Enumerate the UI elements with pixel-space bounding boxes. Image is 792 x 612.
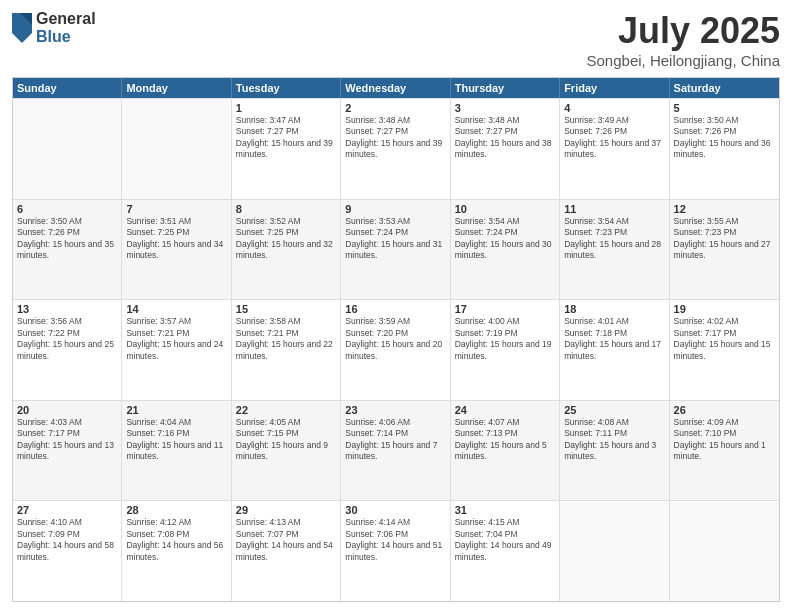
day-info: Sunrise: 3:54 AMSunset: 7:23 PMDaylight:… (564, 216, 664, 262)
day-info: Sunrise: 3:55 AMSunset: 7:23 PMDaylight:… (674, 216, 775, 262)
calendar-cell-empty (560, 501, 669, 601)
day-number: 15 (236, 303, 336, 315)
calendar-cell-empty (122, 99, 231, 199)
calendar-week-4: 20Sunrise: 4:03 AMSunset: 7:17 PMDayligh… (13, 400, 779, 501)
day-info: Sunrise: 3:48 AMSunset: 7:27 PMDaylight:… (455, 115, 555, 161)
day-number: 29 (236, 504, 336, 516)
day-number: 26 (674, 404, 775, 416)
calendar-header-saturday: Saturday (670, 78, 779, 98)
day-info: Sunrise: 4:12 AMSunset: 7:08 PMDaylight:… (126, 517, 226, 563)
day-number: 4 (564, 102, 664, 114)
logo-general-text: General (36, 10, 96, 28)
calendar-cell-day-18: 18Sunrise: 4:01 AMSunset: 7:18 PMDayligh… (560, 300, 669, 400)
day-number: 18 (564, 303, 664, 315)
day-info: Sunrise: 3:49 AMSunset: 7:26 PMDaylight:… (564, 115, 664, 161)
calendar-cell-day-12: 12Sunrise: 3:55 AMSunset: 7:23 PMDayligh… (670, 200, 779, 300)
day-number: 14 (126, 303, 226, 315)
calendar-cell-day-3: 3Sunrise: 3:48 AMSunset: 7:27 PMDaylight… (451, 99, 560, 199)
calendar-header-friday: Friday (560, 78, 669, 98)
calendar-cell-day-11: 11Sunrise: 3:54 AMSunset: 7:23 PMDayligh… (560, 200, 669, 300)
day-number: 9 (345, 203, 445, 215)
day-info: Sunrise: 4:01 AMSunset: 7:18 PMDaylight:… (564, 316, 664, 362)
day-info: Sunrise: 3:59 AMSunset: 7:20 PMDaylight:… (345, 316, 445, 362)
subtitle: Songbei, Heilongjiang, China (587, 52, 780, 69)
day-info: Sunrise: 3:52 AMSunset: 7:25 PMDaylight:… (236, 216, 336, 262)
calendar-header-row: SundayMondayTuesdayWednesdayThursdayFrid… (13, 78, 779, 98)
calendar-cell-day-16: 16Sunrise: 3:59 AMSunset: 7:20 PMDayligh… (341, 300, 450, 400)
title-block: July 2025 Songbei, Heilongjiang, China (587, 10, 780, 69)
day-number: 22 (236, 404, 336, 416)
calendar-cell-day-28: 28Sunrise: 4:12 AMSunset: 7:08 PMDayligh… (122, 501, 231, 601)
calendar-cell-day-25: 25Sunrise: 4:08 AMSunset: 7:11 PMDayligh… (560, 401, 669, 501)
calendar-header-monday: Monday (122, 78, 231, 98)
logo-icon (12, 13, 32, 43)
calendar-header-wednesday: Wednesday (341, 78, 450, 98)
day-info: Sunrise: 3:57 AMSunset: 7:21 PMDaylight:… (126, 316, 226, 362)
day-info: Sunrise: 4:13 AMSunset: 7:07 PMDaylight:… (236, 517, 336, 563)
calendar-cell-day-26: 26Sunrise: 4:09 AMSunset: 7:10 PMDayligh… (670, 401, 779, 501)
day-number: 31 (455, 504, 555, 516)
calendar-cell-day-1: 1Sunrise: 3:47 AMSunset: 7:27 PMDaylight… (232, 99, 341, 199)
day-number: 1 (236, 102, 336, 114)
calendar-cell-day-24: 24Sunrise: 4:07 AMSunset: 7:13 PMDayligh… (451, 401, 560, 501)
calendar-cell-day-9: 9Sunrise: 3:53 AMSunset: 7:24 PMDaylight… (341, 200, 450, 300)
day-number: 5 (674, 102, 775, 114)
day-info: Sunrise: 4:08 AMSunset: 7:11 PMDaylight:… (564, 417, 664, 463)
calendar-cell-day-21: 21Sunrise: 4:04 AMSunset: 7:16 PMDayligh… (122, 401, 231, 501)
page-container: General Blue July 2025 Songbei, Heilongj… (0, 0, 792, 612)
calendar-cell-day-29: 29Sunrise: 4:13 AMSunset: 7:07 PMDayligh… (232, 501, 341, 601)
day-number: 27 (17, 504, 117, 516)
day-info: Sunrise: 4:04 AMSunset: 7:16 PMDaylight:… (126, 417, 226, 463)
day-number: 21 (126, 404, 226, 416)
day-number: 30 (345, 504, 445, 516)
day-info: Sunrise: 4:05 AMSunset: 7:15 PMDaylight:… (236, 417, 336, 463)
calendar-cell-day-5: 5Sunrise: 3:50 AMSunset: 7:26 PMDaylight… (670, 99, 779, 199)
day-number: 11 (564, 203, 664, 215)
day-info: Sunrise: 3:54 AMSunset: 7:24 PMDaylight:… (455, 216, 555, 262)
logo-blue-text: Blue (36, 28, 96, 46)
calendar-cell-day-6: 6Sunrise: 3:50 AMSunset: 7:26 PMDaylight… (13, 200, 122, 300)
calendar-cell-day-7: 7Sunrise: 3:51 AMSunset: 7:25 PMDaylight… (122, 200, 231, 300)
calendar-cell-day-8: 8Sunrise: 3:52 AMSunset: 7:25 PMDaylight… (232, 200, 341, 300)
day-info: Sunrise: 4:06 AMSunset: 7:14 PMDaylight:… (345, 417, 445, 463)
calendar-week-3: 13Sunrise: 3:56 AMSunset: 7:22 PMDayligh… (13, 299, 779, 400)
day-info: Sunrise: 4:10 AMSunset: 7:09 PMDaylight:… (17, 517, 117, 563)
calendar-cell-day-2: 2Sunrise: 3:48 AMSunset: 7:27 PMDaylight… (341, 99, 450, 199)
day-number: 6 (17, 203, 117, 215)
calendar-cell-day-22: 22Sunrise: 4:05 AMSunset: 7:15 PMDayligh… (232, 401, 341, 501)
calendar-cell-empty (13, 99, 122, 199)
day-number: 25 (564, 404, 664, 416)
calendar-body: 1Sunrise: 3:47 AMSunset: 7:27 PMDaylight… (13, 98, 779, 601)
day-info: Sunrise: 4:03 AMSunset: 7:17 PMDaylight:… (17, 417, 117, 463)
day-info: Sunrise: 3:51 AMSunset: 7:25 PMDaylight:… (126, 216, 226, 262)
calendar-cell-day-20: 20Sunrise: 4:03 AMSunset: 7:17 PMDayligh… (13, 401, 122, 501)
day-number: 23 (345, 404, 445, 416)
day-info: Sunrise: 3:47 AMSunset: 7:27 PMDaylight:… (236, 115, 336, 161)
calendar-header-tuesday: Tuesday (232, 78, 341, 98)
day-number: 3 (455, 102, 555, 114)
calendar-cell-day-27: 27Sunrise: 4:10 AMSunset: 7:09 PMDayligh… (13, 501, 122, 601)
calendar-cell-day-14: 14Sunrise: 3:57 AMSunset: 7:21 PMDayligh… (122, 300, 231, 400)
day-info: Sunrise: 3:56 AMSunset: 7:22 PMDaylight:… (17, 316, 117, 362)
day-info: Sunrise: 4:07 AMSunset: 7:13 PMDaylight:… (455, 417, 555, 463)
day-number: 20 (17, 404, 117, 416)
day-info: Sunrise: 3:58 AMSunset: 7:21 PMDaylight:… (236, 316, 336, 362)
calendar-cell-empty (670, 501, 779, 601)
day-number: 2 (345, 102, 445, 114)
calendar-cell-day-31: 31Sunrise: 4:15 AMSunset: 7:04 PMDayligh… (451, 501, 560, 601)
main-title: July 2025 (587, 10, 780, 52)
day-info: Sunrise: 4:14 AMSunset: 7:06 PMDaylight:… (345, 517, 445, 563)
day-info: Sunrise: 3:50 AMSunset: 7:26 PMDaylight:… (674, 115, 775, 161)
page-header: General Blue July 2025 Songbei, Heilongj… (12, 10, 780, 69)
calendar-header-sunday: Sunday (13, 78, 122, 98)
calendar: SundayMondayTuesdayWednesdayThursdayFrid… (12, 77, 780, 602)
calendar-cell-day-17: 17Sunrise: 4:00 AMSunset: 7:19 PMDayligh… (451, 300, 560, 400)
logo-text: General Blue (36, 10, 96, 45)
day-number: 17 (455, 303, 555, 315)
day-number: 28 (126, 504, 226, 516)
calendar-cell-day-10: 10Sunrise: 3:54 AMSunset: 7:24 PMDayligh… (451, 200, 560, 300)
day-number: 16 (345, 303, 445, 315)
day-number: 13 (17, 303, 117, 315)
calendar-week-1: 1Sunrise: 3:47 AMSunset: 7:27 PMDaylight… (13, 98, 779, 199)
day-info: Sunrise: 4:09 AMSunset: 7:10 PMDaylight:… (674, 417, 775, 463)
